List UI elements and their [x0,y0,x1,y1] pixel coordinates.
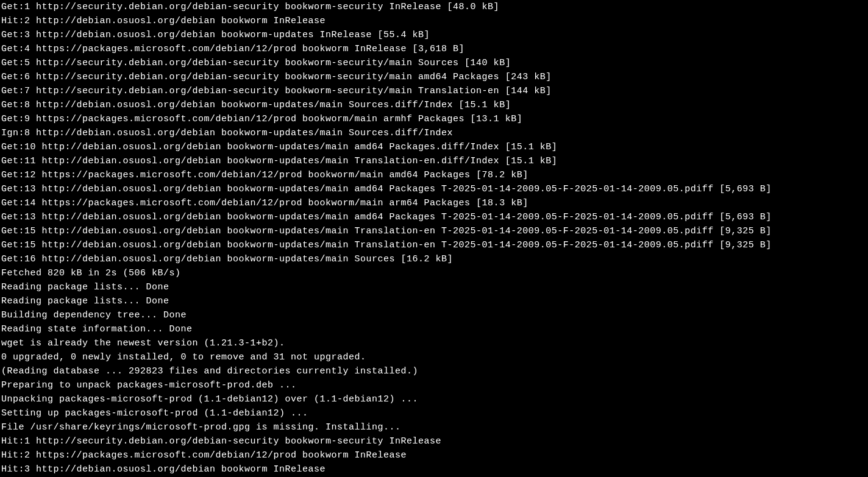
terminal-line: Reading package lists... Done [1,280,867,294]
terminal-line: Fetched 820 kB in 2s (506 kB/s) [1,266,867,280]
terminal-line: Get:4 https://packages.microsoft.com/deb… [1,42,867,56]
terminal-line: Hit:1 http://security.debian.org/debian-… [1,434,867,448]
terminal-line: File /usr/share/keyrings/microsoft-prod.… [1,420,867,434]
terminal-line: Reading package lists... Done [1,294,867,308]
terminal-line: Reading state information... Done [1,322,867,336]
terminal-line: Get:12 https://packages.microsoft.com/de… [1,168,867,182]
terminal-line: (Reading database ... 292823 files and d… [1,364,867,378]
terminal-output[interactable]: Get:1 http://security.debian.org/debian-… [1,0,867,476]
terminal-line: Get:7 http://security.debian.org/debian-… [1,84,867,98]
terminal-line: Get:3 http://debian.osuosl.org/debian bo… [1,28,867,42]
terminal-line: Get:9 https://packages.microsoft.com/deb… [1,112,867,126]
terminal-line: Hit:3 http://debian.osuosl.org/debian bo… [1,462,867,476]
terminal-line: Get:13 http://debian.osuosl.org/debian b… [1,182,867,196]
terminal-line: Get:6 http://security.debian.org/debian-… [1,70,867,84]
terminal-line: Get:8 http://debian.osuosl.org/debian bo… [1,98,867,112]
terminal-line: Hit:2 http://debian.osuosl.org/debian bo… [1,14,867,28]
terminal-line: Get:5 http://security.debian.org/debian-… [1,56,867,70]
terminal-line: Get:1 http://security.debian.org/debian-… [1,0,867,14]
terminal-line: Get:15 http://debian.osuosl.org/debian b… [1,238,867,252]
terminal-line: Get:14 https://packages.microsoft.com/de… [1,196,867,210]
terminal-line: Unpacking packages-microsoft-prod (1.1-d… [1,392,867,406]
terminal-line: Get:15 http://debian.osuosl.org/debian b… [1,224,867,238]
terminal-line: Get:13 http://debian.osuosl.org/debian b… [1,210,867,224]
terminal-line: Get:16 http://debian.osuosl.org/debian b… [1,252,867,266]
terminal-line: Get:11 http://debian.osuosl.org/debian b… [1,154,867,168]
terminal-line: 0 upgraded, 0 newly installed, 0 to remo… [1,350,867,364]
terminal-line: Setting up packages-microsoft-prod (1.1-… [1,406,867,420]
terminal-line: Building dependency tree... Done [1,308,867,322]
terminal-line: wget is already the newest version (1.21… [1,336,867,350]
terminal-line: Preparing to unpack packages-microsoft-p… [1,378,867,392]
terminal-line: Get:10 http://debian.osuosl.org/debian b… [1,140,867,154]
terminal-line: Ign:8 http://debian.osuosl.org/debian bo… [1,126,867,140]
terminal-line: Hit:2 https://packages.microsoft.com/deb… [1,448,867,462]
